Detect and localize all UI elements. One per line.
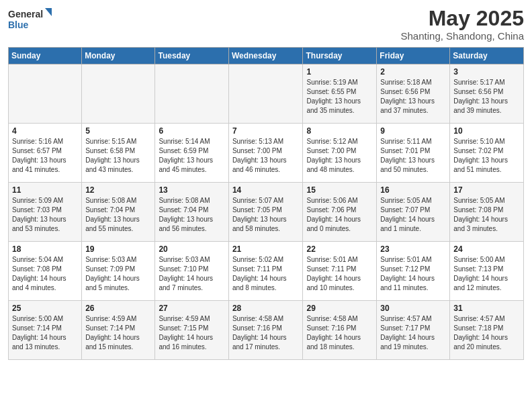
calendar-cell: 9Sunrise: 5:11 AM Sunset: 7:01 PM Daylig… [377,124,450,183]
calendar-week-row: 18Sunrise: 5:04 AM Sunset: 7:08 PM Dayli… [9,242,524,301]
calendar-cell: 5Sunrise: 5:15 AM Sunset: 6:58 PM Daylig… [82,124,155,183]
day-number: 3 [453,67,520,77]
day-number: 15 [306,185,373,195]
day-number: 4 [12,126,78,136]
calendar-cell: 13Sunrise: 5:08 AM Sunset: 7:04 PM Dayli… [155,183,228,242]
day-info: Sunrise: 5:08 AM Sunset: 7:04 PM Dayligh… [85,196,151,234]
day-number: 16 [380,185,446,195]
day-number: 29 [306,304,373,313]
calendar-cell: 10Sunrise: 5:10 AM Sunset: 7:02 PM Dayli… [450,124,524,183]
day-info: Sunrise: 5:19 AM Sunset: 6:55 PM Dayligh… [306,78,373,116]
day-info: Sunrise: 4:58 AM Sunset: 7:16 PM Dayligh… [306,314,373,352]
day-header-thursday: Thursday [303,48,377,64]
day-number: 25 [12,304,78,313]
day-info: Sunrise: 5:12 AM Sunset: 7:00 PM Dayligh… [306,137,373,175]
calendar-cell: 17Sunrise: 5:05 AM Sunset: 7:08 PM Dayli… [450,183,524,242]
calendar-cell: 7Sunrise: 5:13 AM Sunset: 7:00 PM Daylig… [228,124,303,183]
calendar-header-row: SundayMondayTuesdayWednesdayThursdayFrid… [9,48,524,64]
day-info: Sunrise: 5:08 AM Sunset: 7:04 PM Dayligh… [159,196,224,234]
calendar-cell: 2Sunrise: 5:18 AM Sunset: 6:56 PM Daylig… [377,64,450,124]
logo-svg: General Blue [8,7,55,34]
logo: General Blue [8,7,55,34]
day-header-wednesday: Wednesday [228,48,303,64]
location-subtitle: Shanting, Shandong, China [401,30,524,42]
calendar-cell: 25Sunrise: 5:00 AM Sunset: 7:14 PM Dayli… [9,301,82,360]
calendar-cell: 22Sunrise: 5:01 AM Sunset: 7:11 PM Dayli… [303,242,377,301]
day-header-tuesday: Tuesday [155,48,228,64]
calendar-cell: 14Sunrise: 5:07 AM Sunset: 7:05 PM Dayli… [228,183,303,242]
calendar-cell: 15Sunrise: 5:06 AM Sunset: 7:06 PM Dayli… [303,183,377,242]
day-info: Sunrise: 5:17 AM Sunset: 6:56 PM Dayligh… [453,78,520,116]
day-info: Sunrise: 5:01 AM Sunset: 7:11 PM Dayligh… [306,255,373,293]
day-number: 13 [159,185,224,195]
calendar-cell: 16Sunrise: 5:05 AM Sunset: 7:07 PM Dayli… [377,183,450,242]
day-info: Sunrise: 4:57 AM Sunset: 7:18 PM Dayligh… [453,314,520,352]
day-number: 2 [380,67,446,77]
day-number: 19 [85,244,151,254]
day-info: Sunrise: 5:00 AM Sunset: 7:13 PM Dayligh… [453,255,520,293]
day-number: 12 [85,185,151,195]
calendar-cell: 26Sunrise: 4:59 AM Sunset: 7:14 PM Dayli… [82,301,155,360]
calendar-cell: 8Sunrise: 5:12 AM Sunset: 7:00 PM Daylig… [303,124,377,183]
day-number: 6 [159,126,224,136]
calendar-cell: 24Sunrise: 5:00 AM Sunset: 7:13 PM Dayli… [450,242,524,301]
svg-text:Blue: Blue [8,19,29,30]
calendar-cell: 23Sunrise: 5:01 AM Sunset: 7:12 PM Dayli… [377,242,450,301]
day-info: Sunrise: 4:58 AM Sunset: 7:16 PM Dayligh… [232,314,300,352]
page-container: General Blue May 2025 Shanting, Shandong… [0,0,532,367]
day-info: Sunrise: 5:07 AM Sunset: 7:05 PM Dayligh… [232,196,300,234]
day-info: Sunrise: 5:14 AM Sunset: 6:59 PM Dayligh… [159,137,224,175]
day-number: 9 [380,126,446,136]
day-info: Sunrise: 5:16 AM Sunset: 6:57 PM Dayligh… [12,137,78,175]
month-title: May 2025 [401,7,524,30]
day-info: Sunrise: 5:15 AM Sunset: 6:58 PM Dayligh… [85,137,151,175]
day-info: Sunrise: 4:59 AM Sunset: 7:14 PM Dayligh… [85,314,151,352]
day-number: 18 [12,244,78,254]
day-info: Sunrise: 5:13 AM Sunset: 7:00 PM Dayligh… [232,137,300,175]
calendar-cell: 11Sunrise: 5:09 AM Sunset: 7:03 PM Dayli… [9,183,82,242]
day-info: Sunrise: 5:05 AM Sunset: 7:08 PM Dayligh… [453,196,520,234]
day-info: Sunrise: 5:10 AM Sunset: 7:02 PM Dayligh… [453,137,520,175]
calendar-week-row: 1Sunrise: 5:19 AM Sunset: 6:55 PM Daylig… [9,64,524,124]
day-info: Sunrise: 5:00 AM Sunset: 7:14 PM Dayligh… [12,314,78,352]
day-info: Sunrise: 5:03 AM Sunset: 7:09 PM Dayligh… [85,255,151,293]
svg-text:General: General [8,9,43,19]
title-block: May 2025 Shanting, Shandong, China [401,7,524,42]
day-info: Sunrise: 5:02 AM Sunset: 7:11 PM Dayligh… [232,255,300,293]
calendar-week-row: 11Sunrise: 5:09 AM Sunset: 7:03 PM Dayli… [9,183,524,242]
calendar-cell: 28Sunrise: 4:58 AM Sunset: 7:16 PM Dayli… [228,301,303,360]
calendar-cell [82,64,155,124]
calendar-cell: 3Sunrise: 5:17 AM Sunset: 6:56 PM Daylig… [450,64,524,124]
calendar-cell: 21Sunrise: 5:02 AM Sunset: 7:11 PM Dayli… [228,242,303,301]
day-info: Sunrise: 5:06 AM Sunset: 7:06 PM Dayligh… [306,196,373,234]
calendar-cell: 31Sunrise: 4:57 AM Sunset: 7:18 PM Dayli… [450,301,524,360]
day-info: Sunrise: 4:57 AM Sunset: 7:17 PM Dayligh… [380,314,446,352]
day-info: Sunrise: 5:01 AM Sunset: 7:12 PM Dayligh… [380,255,446,293]
day-number: 7 [232,126,300,136]
day-header-sunday: Sunday [9,48,82,64]
day-info: Sunrise: 5:11 AM Sunset: 7:01 PM Dayligh… [380,137,446,175]
calendar-cell: 19Sunrise: 5:03 AM Sunset: 7:09 PM Dayli… [82,242,155,301]
calendar-cell [228,64,303,124]
day-info: Sunrise: 5:04 AM Sunset: 7:08 PM Dayligh… [12,255,78,293]
day-info: Sunrise: 5:18 AM Sunset: 6:56 PM Dayligh… [380,78,446,116]
day-info: Sunrise: 4:59 AM Sunset: 7:15 PM Dayligh… [159,314,224,352]
day-info: Sunrise: 5:03 AM Sunset: 7:10 PM Dayligh… [159,255,224,293]
calendar-cell: 6Sunrise: 5:14 AM Sunset: 6:59 PM Daylig… [155,124,228,183]
day-info: Sunrise: 5:05 AM Sunset: 7:07 PM Dayligh… [380,196,446,234]
day-number: 30 [380,304,446,313]
day-number: 17 [453,185,520,195]
calendar-cell [155,64,228,124]
day-header-friday: Friday [377,48,450,64]
calendar-week-row: 25Sunrise: 5:00 AM Sunset: 7:14 PM Dayli… [9,301,524,360]
calendar-cell: 4Sunrise: 5:16 AM Sunset: 6:57 PM Daylig… [9,124,82,183]
calendar-table: SundayMondayTuesdayWednesdayThursdayFrid… [8,47,524,360]
day-number: 26 [85,304,151,313]
header: General Blue May 2025 Shanting, Shandong… [8,7,524,42]
day-number: 14 [232,185,300,195]
day-number: 22 [306,244,373,254]
day-number: 21 [232,244,300,254]
day-number: 1 [306,67,373,77]
calendar-cell: 12Sunrise: 5:08 AM Sunset: 7:04 PM Dayli… [82,183,155,242]
calendar-cell: 29Sunrise: 4:58 AM Sunset: 7:16 PM Dayli… [303,301,377,360]
